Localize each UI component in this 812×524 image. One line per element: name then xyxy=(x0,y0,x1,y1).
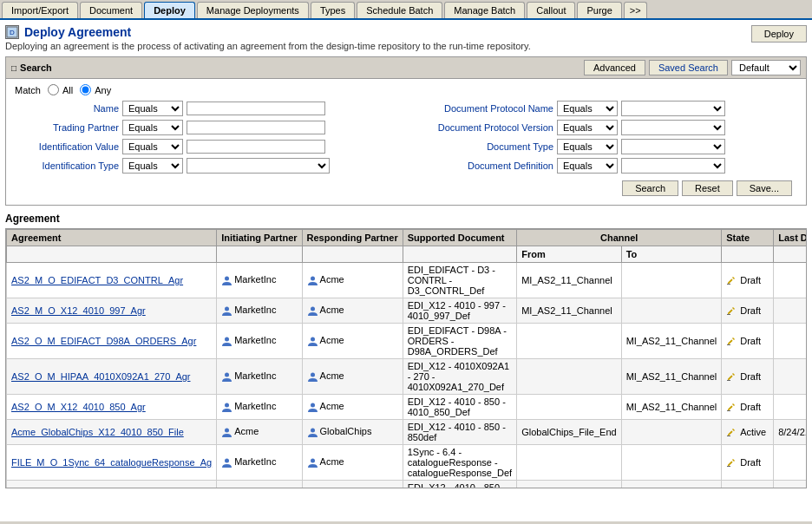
cell-state: Draft xyxy=(722,263,774,298)
agreement-link[interactable]: AS2_O_M_EDIFACT_D98A_ORDERS_Agr xyxy=(11,336,196,346)
saved-search-select[interactable]: Default xyxy=(731,60,801,75)
cell-state: Draft xyxy=(722,324,774,359)
table-row: AS2_O_M_HIPAA_4010X092A1_270_Agr MarketI… xyxy=(7,359,808,395)
cell-supported-doc: 1Sync - 6.4 - catalogueResponse - catalo… xyxy=(403,445,516,481)
subheader-agreement xyxy=(7,246,217,263)
cell-last-deployed xyxy=(774,298,807,324)
agreement-link[interactable]: AS2_O_M_HIPAA_4010X092A1_270_Agr xyxy=(11,371,191,382)
state-badge: Draft xyxy=(737,488,763,488)
doc-protocol-name-label: Document Protocol Name xyxy=(415,103,553,114)
svg-point-33 xyxy=(311,458,315,462)
main-content: D Deploy Agreement Deploying an agreemen… xyxy=(0,20,812,521)
table-row: AS2_M_O_EDIFACT_D3_CONTRL_Agr MarketInc … xyxy=(7,263,808,298)
identification-type-input[interactable] xyxy=(187,158,330,174)
name-operator[interactable]: Equals xyxy=(122,101,183,116)
document-definition-label: Document Definition xyxy=(415,160,553,171)
tab-types[interactable]: Types xyxy=(311,2,355,18)
document-definition-input[interactable] xyxy=(621,158,725,174)
cell-initiating: MarketInc xyxy=(217,395,302,420)
cell-agreement: FILE_M_O_1Sync_64_catalogueResponse_Ag xyxy=(7,445,217,481)
table-row: FILE_M_O_1Sync_64_catalogueResponse_Ag M… xyxy=(7,445,808,481)
table-header-row: Agreement Initiating Partner Responding … xyxy=(7,230,808,246)
cell-supported-doc: EDI_X12 - 4010 - 850 - 4010_850_Def xyxy=(403,395,516,420)
search-body: Match All Any Name Equals xyxy=(6,79,806,205)
search-form-grid: Name Equals Trading Partner Equals xyxy=(15,101,797,177)
cell-channel-from: OS_AQ_IN_INT_Cha xyxy=(517,481,621,489)
agreement-link[interactable]: FILE_M_O_1Sync_64_catalogueResponse_Ag xyxy=(11,457,212,468)
cell-supported-doc: EDI_EDIFACT - D98A - ORDERS - D98A_ORDER… xyxy=(403,324,516,359)
trading-partner-input[interactable] xyxy=(187,121,325,134)
identification-value-input[interactable] xyxy=(187,140,325,154)
agreement-link[interactable]: AS2_O_M_X12_4010_850_Agr xyxy=(11,402,146,412)
agreement-link[interactable]: Acme_GlobalChips_X12_4010_850_File xyxy=(11,427,184,437)
table-row: Acme_GlobalChips_X12_4010_850_File Acme … xyxy=(7,420,808,445)
tab-manage-deployments[interactable]: Manage Deployments xyxy=(197,2,309,18)
cell-responding: Acme xyxy=(302,263,403,298)
tab-import-export[interactable]: Import/Export xyxy=(2,2,78,18)
save-button[interactable]: Save... xyxy=(737,180,792,196)
doc-protocol-name-input[interactable] xyxy=(621,101,725,116)
identification-value-label: Identification Value xyxy=(15,141,119,152)
tab-document[interactable]: Document xyxy=(80,2,142,18)
tab-purge[interactable]: Purge xyxy=(577,2,621,18)
cell-channel-to xyxy=(621,263,722,298)
match-any-radio[interactable] xyxy=(80,84,91,95)
match-all-radio[interactable] xyxy=(48,84,59,95)
cell-last-deployed xyxy=(774,481,807,489)
doc-protocol-version-operator[interactable]: Equals xyxy=(557,120,618,135)
search-toggle[interactable]: □ xyxy=(11,63,16,73)
match-all-label[interactable]: All xyxy=(48,84,73,95)
cell-channel-from xyxy=(517,395,621,420)
cell-state: Active xyxy=(722,420,774,445)
agreement-tbody: AS2_M_O_EDIFACT_D3_CONTRL_Agr MarketInc … xyxy=(7,263,808,489)
svg-rect-26 xyxy=(727,410,730,411)
cell-initiating: MarketInc xyxy=(217,298,302,324)
document-type-operator[interactable]: Equals xyxy=(557,139,618,154)
identification-value-operator[interactable]: Equals xyxy=(122,139,183,154)
identification-value-row: Identification Value Equals xyxy=(15,139,397,154)
tab-schedule-batch[interactable]: Schedule Batch xyxy=(357,2,442,18)
name-input[interactable] xyxy=(187,102,325,115)
cell-channel-to: MI_AS2_11_Channel xyxy=(621,324,722,359)
agreement-table-wrapper[interactable]: Agreement Initiating Partner Responding … xyxy=(5,228,807,488)
page-title: Deploy Agreement xyxy=(24,25,131,39)
trading-partner-operator[interactable]: Equals xyxy=(122,120,183,135)
document-definition-operator[interactable]: Equals xyxy=(557,158,618,174)
state-badge: Active xyxy=(737,427,769,437)
deploy-icon: D xyxy=(5,25,19,39)
agreement-link[interactable]: AS2_M_O_X12_4010_997_Agr xyxy=(11,305,146,316)
svg-rect-14 xyxy=(728,339,733,344)
search-actions: Search Reset Save... xyxy=(15,177,797,200)
match-label: Match xyxy=(15,85,41,95)
match-any-label[interactable]: Any xyxy=(80,84,111,95)
search-header-left: □ Search xyxy=(11,62,52,73)
cell-responding: Acme xyxy=(302,359,403,395)
identification-type-operator[interactable]: Equals xyxy=(122,158,183,174)
doc-protocol-version-input[interactable] xyxy=(621,120,725,135)
search-button[interactable]: Search xyxy=(622,180,678,196)
col-supported-document: Supported Document xyxy=(403,230,516,246)
doc-protocol-name-operator[interactable]: Equals xyxy=(557,101,618,116)
agreement-link[interactable]: AS2_M_O_EDIFACT_D3_CONTRL_Agr xyxy=(11,275,183,285)
cell-supported-doc: EDI_X12 - 4010 - 850 - 850def xyxy=(403,420,516,445)
agreement-link[interactable]: FILE_M_O_AQ_Agr xyxy=(11,488,96,488)
tab-callout[interactable]: Callout xyxy=(527,2,575,18)
document-type-input[interactable] xyxy=(621,139,725,154)
cell-channel-to xyxy=(621,420,722,445)
cell-responding: Acme xyxy=(302,481,403,489)
tab-deploy[interactable]: Deploy xyxy=(144,2,195,18)
subheader-channel-to: To xyxy=(621,246,722,263)
tab-manage-batch[interactable]: Manage Batch xyxy=(444,2,525,18)
agreement-table: Agreement Initiating Partner Responding … xyxy=(6,229,807,488)
svg-point-22 xyxy=(225,403,229,407)
tab-more[interactable]: >> xyxy=(624,2,647,18)
search-header-right: Advanced Saved Search Default xyxy=(584,60,801,75)
saved-search-button[interactable]: Saved Search xyxy=(649,60,728,75)
advanced-button[interactable]: Advanced xyxy=(584,60,645,75)
cell-channel-to xyxy=(621,445,722,481)
reset-button[interactable]: Reset xyxy=(682,180,733,196)
cell-initiating: MarketInc xyxy=(217,263,302,298)
deploy-button[interactable]: Deploy xyxy=(751,25,807,43)
state-badge: Draft xyxy=(737,275,763,285)
match-any-text: Any xyxy=(95,85,111,95)
